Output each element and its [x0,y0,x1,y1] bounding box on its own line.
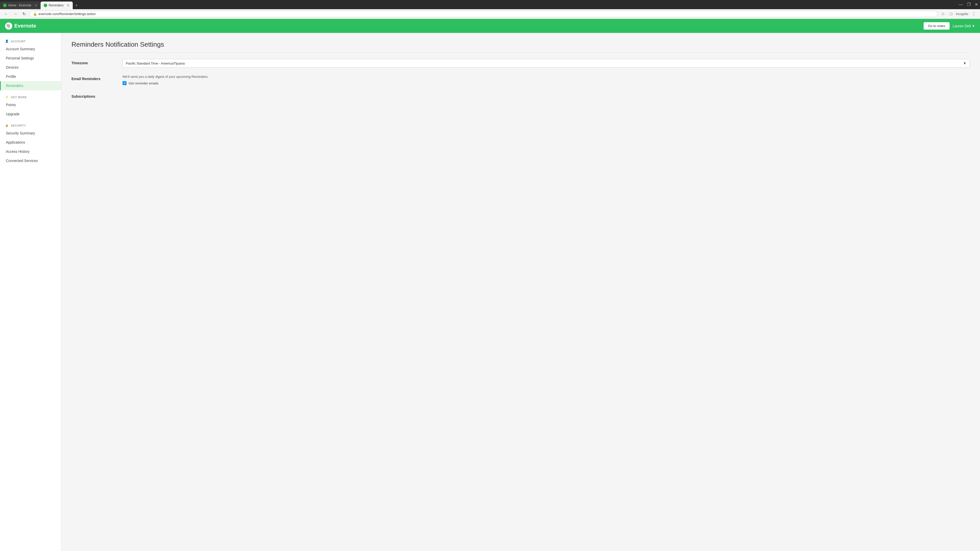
page-title-divider [72,52,970,53]
forward-button[interactable]: → [12,11,19,17]
security-section-label: SECURITY [11,124,26,127]
page-title: Reminders Notification Settings [72,41,970,48]
header-actions: Go to notes Lauren Deli ▼ [924,22,975,30]
user-menu[interactable]: Lauren Deli ▼ [953,24,975,28]
app-logo: 🐘 Evernote [5,22,36,30]
sidebar-item-upgrade[interactable]: Upgrade [0,110,61,119]
back-button[interactable]: ← [3,11,10,17]
sidebar-item-profile[interactable]: Profile [0,72,61,81]
sidebar-item-points[interactable]: Points [0,100,61,110]
browser-menu-button[interactable]: ⋮ [970,11,977,17]
get-reminder-emails-row: ✓ Get reminder emails [123,81,970,85]
bookmark-button[interactable]: ☆ [940,11,946,17]
minimize-button[interactable]: — [959,3,963,6]
sidebar-item-connected-services[interactable]: Connected Services [0,156,61,165]
maximize-button[interactable]: ❐ [967,3,970,6]
tab-home-label: Home - Evernote [8,3,32,7]
incognito-label: Incognito [956,12,968,16]
window-controls: — ❐ ✕ [957,3,980,6]
tab-bar: Home - Evernote ✕ Reminders ✕ + [0,0,957,9]
sidebar-item-devices[interactable]: Devices [0,63,61,72]
sidebar-item-security-summary[interactable]: Security Summary [0,129,61,138]
account-section-label: ACCOUNT [11,40,26,43]
subscriptions-row: Subscriptions [72,92,970,98]
sidebar-item-applications[interactable]: Applications [0,138,61,147]
sidebar-section-security: 🔒 SECURITY [0,121,61,129]
extensions-button[interactable]: □ [948,11,954,17]
app-name: Evernote [14,23,36,29]
address-bar[interactable]: 🔒 evernote.com/ReminderSettings.action [29,11,938,17]
tab-home[interactable]: Home - Evernote ✕ [0,2,41,9]
timezone-row: Timezone Pacific Standard Time - America… [72,59,970,68]
get-more-section-icon: ⚡ [5,95,9,99]
user-name: Lauren Deli [953,24,971,28]
evernote-icon-active [44,3,47,7]
sidebar-section-get-more: ⚡ GET MORE [0,93,61,100]
app-layout: 👤 ACCOUNT Account Summary Personal Setti… [0,33,980,551]
app-header: 🐘 Evernote Go to notes Lauren Deli ▼ [0,19,980,33]
new-tab-button[interactable]: + [73,2,80,9]
sidebar-item-account-summary[interactable]: Account Summary [0,44,61,54]
timezone-label: Timezone [72,59,123,65]
timezone-value: Pacific Standard Time - America/Tijuana [126,62,185,65]
sidebar-item-reminders[interactable]: Reminders [0,81,61,90]
timezone-chevron-icon: ▼ [963,61,966,65]
nav-bar: ← → ↻ 🔒 evernote.com/ReminderSettings.ac… [0,9,980,19]
checkmark-icon: ✓ [124,82,126,85]
reminder-emails-checkbox[interactable]: ✓ [123,81,127,85]
tab-home-close[interactable]: ✕ [35,3,38,7]
subscriptions-label: Subscriptions [72,92,123,98]
sidebar-item-personal-settings[interactable]: Personal Settings [0,54,61,63]
reload-button[interactable]: ↻ [21,11,27,17]
tab-reminders-close[interactable]: ✕ [67,3,70,7]
timezone-select[interactable]: Pacific Standard Time - America/Tijuana … [123,59,970,68]
tab-reminders-label: Reminders [49,3,64,7]
sidebar-section-account: 👤 ACCOUNT [0,37,61,44]
address-text: evernote.com/ReminderSettings.action [38,12,96,16]
evernote-icon [3,3,6,7]
get-more-section-label: GET MORE [11,96,27,99]
security-section-icon: 🔒 [5,124,9,127]
email-reminders-description: We'll send you a daily digest of your up… [123,75,970,79]
sidebar: 👤 ACCOUNT Account Summary Personal Setti… [0,33,61,551]
email-reminders-control: We'll send you a daily digest of your up… [123,75,970,85]
close-button[interactable]: ✕ [975,3,978,6]
reminder-emails-checkbox-label[interactable]: Get reminder emails [129,81,159,85]
address-lock-icon: 🔒 [33,12,37,16]
logo-icon: 🐘 [5,22,12,30]
goto-notes-button[interactable]: Go to notes [924,22,950,30]
user-chevron-icon: ▼ [972,24,975,28]
account-section-icon: 👤 [5,40,9,43]
sidebar-item-access-history[interactable]: Access History [0,147,61,156]
browser-chrome: Home - Evernote ✕ Reminders ✕ + — ❐ ✕ [0,0,980,9]
main-content: Reminders Notification Settings Timezone… [61,33,980,551]
email-reminders-row: Email Reminders We'll send you a daily d… [72,75,970,85]
email-reminders-label: Email Reminders [72,75,123,81]
tab-reminders[interactable]: Reminders ✕ [41,2,73,9]
timezone-control: Pacific Standard Time - America/Tijuana … [123,59,970,68]
